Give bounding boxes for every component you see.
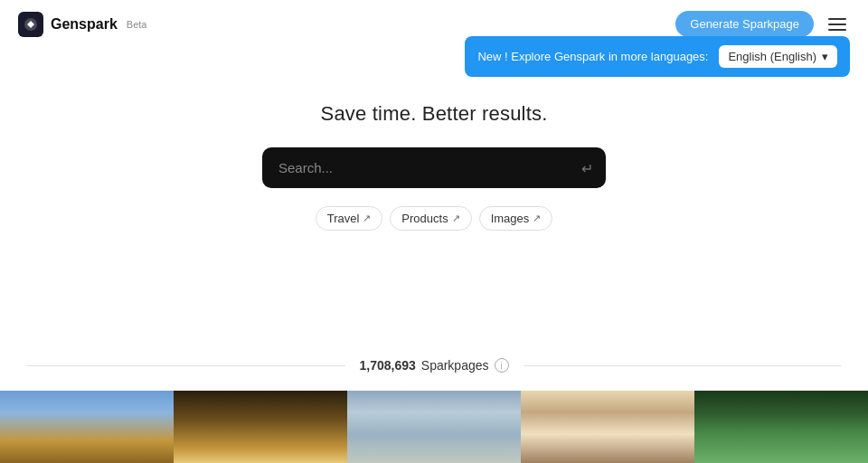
header-right: Generate Sparkpage: [675, 11, 850, 37]
menu-line-2: [828, 24, 846, 25]
hamburger-menu-button[interactable]: [825, 14, 850, 34]
quick-tag-images[interactable]: Images ↗: [479, 206, 553, 231]
quick-tag-products[interactable]: Products ↗: [390, 206, 471, 231]
travel-arrow-icon: ↗: [363, 213, 371, 224]
selected-language-label: English (English): [728, 50, 816, 63]
quick-tag-products-label: Products: [401, 212, 448, 225]
menu-line-1: [828, 18, 846, 20]
tagline: Save time. Better results.: [321, 102, 548, 126]
beta-badge: Beta: [127, 19, 147, 30]
chevron-down-icon: ▾: [822, 50, 828, 63]
sparkpages-divider: 1,708,693 Sparkpages i: [0, 358, 868, 373]
language-selector-button[interactable]: English (English) ▾: [719, 45, 837, 68]
thumb-building: [0, 391, 174, 463]
search-container: ↵: [262, 147, 606, 188]
sparkpages-info-icon[interactable]: i: [495, 358, 509, 373]
gallery-item-3: [347, 391, 521, 463]
sparkpages-count: 1,708,693 Sparkpages i: [360, 358, 509, 373]
thumb-hotel-room: [521, 391, 694, 463]
divider-right: [524, 365, 842, 366]
gallery: [0, 391, 868, 463]
quick-tag-travel-label: Travel: [327, 212, 360, 225]
gallery-item-1: [0, 391, 174, 463]
logo-area: Genspark Beta: [18, 12, 146, 37]
thumb-cathedral: [174, 391, 347, 463]
gallery-item-5: [694, 391, 868, 463]
products-arrow-icon: ↗: [452, 213, 460, 224]
logo-text: Genspark: [51, 16, 118, 33]
sparkpages-label: Sparkpages: [421, 358, 489, 373]
images-arrow-icon: ↗: [533, 213, 541, 224]
quick-tags: Travel ↗ Products ↗ Images ↗: [316, 206, 553, 231]
sparkpages-number: 1,708,693: [360, 358, 416, 373]
thumb-waterfall: [694, 391, 868, 463]
gallery-item-2: [174, 391, 347, 463]
logo-icon: [18, 12, 43, 37]
divider-left: [27, 365, 345, 366]
enter-icon: ↵: [581, 159, 593, 176]
quick-tag-travel[interactable]: Travel ↗: [316, 206, 383, 231]
language-banner-text: New ! Explore Genspark in more languages…: [477, 50, 708, 63]
gallery-item-4: [521, 391, 694, 463]
search-input[interactable]: [262, 147, 606, 188]
thumb-mountain: [347, 391, 521, 463]
sparkpages-section: 1,708,693 Sparkpages i: [0, 358, 868, 373]
quick-tag-images-label: Images: [491, 212, 530, 225]
menu-line-3: [828, 29, 846, 31]
language-banner: New ! Explore Genspark in more languages…: [465, 36, 850, 77]
generate-sparkpage-button[interactable]: Generate Sparkpage: [675, 11, 814, 37]
